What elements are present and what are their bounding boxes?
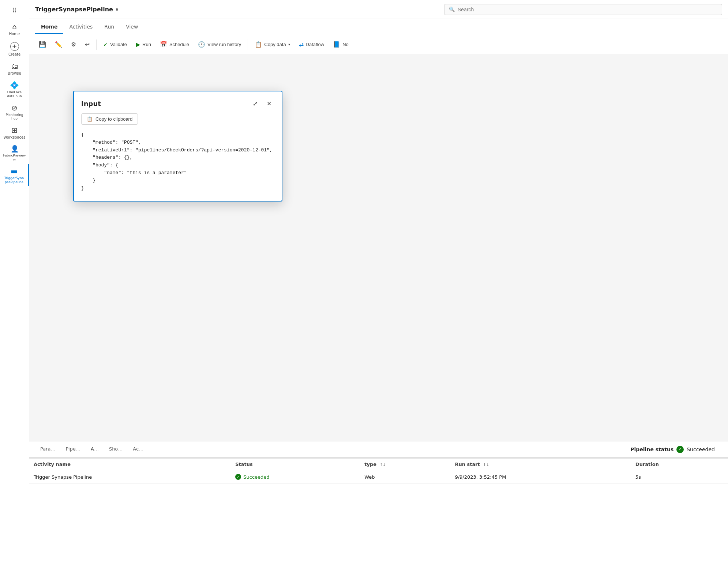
sidebar-label-monitoring: Monitoringhub: [5, 113, 23, 121]
dataflow-label: Dataflow: [306, 42, 324, 47]
panel-tabs: Para… Pipe… A… Sho… Ac…: [35, 441, 149, 458]
notebook-icon: 📘: [333, 41, 340, 48]
activity-table: Activity name Status type ↑↓ Run start ↑…: [29, 459, 728, 484]
row-status-text: Succeeded: [243, 474, 269, 480]
tab-activities[interactable]: Activities: [63, 20, 98, 34]
sidebar-item-fabricpreview[interactable]: 👤 FabricPrevieww: [0, 142, 29, 164]
onelake-icon: 💠: [10, 82, 19, 89]
col-header-duration: Duration: [631, 459, 728, 470]
settings-button[interactable]: ⚙: [67, 39, 80, 50]
sidebar-item-create[interactable]: + Create: [0, 38, 29, 59]
row-duration: 5s: [631, 470, 728, 484]
create-icon: +: [10, 42, 19, 51]
sidebar-item-pipeline[interactable]: ▬ TriggerSynapsePipeline: [0, 164, 29, 187]
gear-icon: ⚙: [71, 41, 76, 48]
pipeline-name: TriggerSynapsePipeline: [35, 6, 113, 13]
copy-data-label: Copy data: [264, 42, 286, 47]
main-content: TriggerSynapsePipeline ∨ 🔍 Home Activiti…: [29, 0, 728, 580]
toolbar-divider-1: [96, 39, 97, 50]
sidebar-label-pipeline: TriggerSynapsePipeline: [4, 176, 24, 184]
modal-title: Input: [81, 100, 101, 108]
edit-icon: ✏️: [55, 41, 62, 48]
run-label: Run: [142, 42, 151, 47]
activity-table-container: Activity name Status type ↑↓ Run start ↑…: [29, 459, 728, 580]
row-status: ✓ Succeeded: [231, 470, 360, 484]
modal-content: 📋 Copy to clipboard { "method": "POST", …: [74, 113, 282, 201]
sidebar-item-onelake[interactable]: 💠 OneLakedata hub: [0, 78, 29, 101]
close-icon: ✕: [267, 100, 271, 107]
notebook-button[interactable]: 📘 No: [329, 39, 352, 50]
sidebar-item-monitoring[interactable]: ⊘ Monitoringhub: [0, 101, 29, 123]
type-sort-icon: ↑↓: [380, 463, 386, 467]
expand-icon: ⤢: [253, 100, 258, 107]
panel-tab-parameters[interactable]: Para…: [35, 441, 61, 458]
dataflow-button[interactable]: ⇄ Dataflow: [295, 39, 328, 50]
copy-to-clipboard-button[interactable]: 📋 Copy to clipboard: [81, 113, 138, 125]
notebook-label: No: [342, 42, 349, 47]
nav-tabs: Home Activities Run View: [29, 19, 728, 35]
tab-home[interactable]: Home: [35, 20, 63, 34]
modal-actions: ⤢ ✕: [249, 98, 274, 109]
dataflow-icon: ⇄: [299, 41, 304, 48]
panel-tab-pipeline[interactable]: Pipe…: [61, 441, 86, 458]
panel-tab-activity[interactable]: A…: [86, 441, 104, 458]
panel-tab-ac[interactable]: Ac…: [128, 441, 149, 458]
sidebar-label-home: Home: [9, 32, 20, 36]
copy-data-button[interactable]: 📋 Copy data ▾: [251, 39, 293, 50]
sidebar-label-workspaces: Workspaces: [4, 135, 26, 140]
pipeline-status-bar: Pipeline status ✓ Succeeded: [630, 446, 715, 453]
row-name: Trigger Synapse Pipeline: [29, 470, 231, 484]
schedule-icon: 📅: [160, 41, 167, 48]
col-header-name: Activity name: [29, 459, 231, 470]
input-modal: Input ⤢ ✕ 📋 Copy t: [73, 91, 282, 202]
run-button[interactable]: ▶ Run: [132, 39, 155, 50]
tab-run[interactable]: Run: [98, 20, 120, 34]
run-start-sort-icon: ↑↓: [483, 463, 489, 467]
panel-tab-show[interactable]: Sho…: [104, 441, 128, 458]
browse-icon: 🗂: [11, 63, 18, 70]
fabric-icon: 👤: [11, 146, 19, 152]
edit-button[interactable]: ✏️: [51, 39, 66, 50]
home-icon: ⌂: [12, 23, 17, 30]
pipeline-status-success-icon: ✓: [676, 446, 684, 453]
run-start-label: Run start: [455, 462, 480, 467]
app-grid-icon[interactable]: ⠿: [8, 3, 20, 18]
modal-close-button[interactable]: ✕: [263, 98, 274, 109]
copy-data-icon: 📋: [255, 41, 262, 48]
validate-icon: ✓: [103, 41, 108, 48]
pipeline-title: TriggerSynapsePipeline ∨: [35, 6, 119, 13]
pipeline-status-label: Pipeline status: [630, 447, 673, 452]
schedule-label: Schedule: [169, 42, 189, 47]
sidebar-label-fabric: FabricPrevieww: [3, 154, 26, 162]
pipeline-status-text: Succeeded: [687, 447, 715, 452]
col-header-run-start[interactable]: Run start ↑↓: [450, 459, 631, 470]
schedule-button[interactable]: 📅 Schedule: [156, 39, 193, 50]
copy-data-chevron-icon: ▾: [288, 42, 290, 46]
save-button[interactable]: 💾: [35, 39, 50, 50]
sidebar: ⠿ ⌂ Home + Create 🗂 Browse 💠 OneLakedata…: [0, 0, 29, 580]
col-header-status: Status: [231, 459, 360, 470]
history-label: View run history: [207, 42, 241, 47]
undo-button[interactable]: ↩: [81, 39, 93, 50]
sidebar-item-workspaces[interactable]: ⊞ Workspaces: [0, 123, 29, 142]
search-icon: 🔍: [449, 7, 455, 12]
search-bar[interactable]: 🔍: [444, 4, 722, 15]
sidebar-label-onelake: OneLakedata hub: [7, 90, 22, 98]
modal-expand-button[interactable]: ⤢: [249, 98, 260, 109]
col-header-type[interactable]: type ↑↓: [360, 459, 450, 470]
tab-view[interactable]: View: [120, 20, 144, 34]
search-input[interactable]: [458, 7, 717, 12]
validate-button[interactable]: ✓ Validate: [100, 39, 131, 50]
sidebar-item-home[interactable]: ⌂ Home: [0, 19, 29, 38]
bottom-panel: Para… Pipe… A… Sho… Ac… Pipeline status …: [29, 441, 728, 580]
title-chevron-icon: ∨: [115, 7, 119, 12]
type-label: type: [364, 462, 376, 467]
view-run-history-button[interactable]: 🕐 View run history: [194, 39, 245, 50]
undo-icon: ↩: [85, 41, 90, 48]
row-status-icon: ✓: [235, 474, 241, 480]
canvas-area: Web ✓ 🌐 Trigger Synapse Pipeline ✓ Input: [29, 54, 728, 441]
table-row[interactable]: Trigger Synapse Pipeline ✓ Succeeded Web…: [29, 470, 728, 484]
modal-header: Input ⤢ ✕: [74, 91, 282, 113]
sidebar-item-browse[interactable]: 🗂 Browse: [0, 59, 29, 78]
json-content: { "method": "POST", "relativeUrl": "pipe…: [81, 130, 274, 193]
